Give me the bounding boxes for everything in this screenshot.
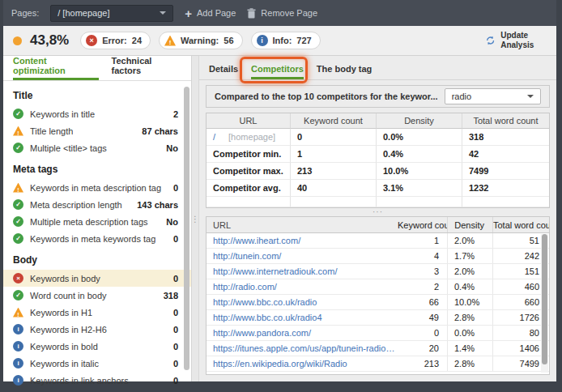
tab-technical-factors[interactable]: Technical factors	[112, 56, 182, 80]
status-info-icon: i	[13, 358, 23, 369]
table-row[interactable]: https://itunes.apple.com/us/app/tunein-r…	[206, 341, 549, 356]
metric-row[interactable]: ✓ Word count in body 318	[3, 287, 191, 304]
metric-row[interactable]: ✓ Multiple meta description tags No	[3, 213, 191, 230]
total-word-count-cell: 1232	[462, 180, 549, 197]
metric-label: Keywords in italic	[30, 359, 99, 369]
metric-row[interactable]: ! Keywords in meta description tag 0	[3, 179, 191, 196]
compare-label: Compared to the top 10 competitors for t…	[215, 92, 438, 101]
page-selector-value: / [homepage]	[57, 8, 109, 18]
score-dot-icon	[13, 36, 22, 45]
section-title: Meta tags	[3, 156, 191, 179]
density-cell: 0.4%	[377, 146, 462, 163]
competitor-url-link[interactable]: http://www.bbc.co.uk/radio4	[206, 310, 398, 325]
factors-panel: Content optimization Technical factors T…	[3, 56, 192, 381]
column-header[interactable]: Total word count	[462, 113, 549, 129]
column-header[interactable]: Keyword count	[398, 217, 448, 232]
density-cell: 1.7%	[448, 249, 493, 263]
metric-row[interactable]: ! Keywords in H1 0	[3, 304, 191, 321]
table-row[interactable]: Competitor avg. 40 3.1% 1232	[206, 180, 549, 197]
total-word-count-cell: 318	[462, 129, 549, 146]
metric-label: Keywords in meta description tag	[30, 183, 161, 193]
tab-body-tag[interactable]: The body tag	[317, 64, 372, 79]
competitor-url-link[interactable]: http://www.bbc.co.uk/radio	[206, 295, 398, 309]
scrollbar-thumb[interactable]	[542, 234, 547, 364]
keyword-count-cell: 40	[291, 180, 377, 197]
details-panel: Details Competitors The body tag Compare…	[199, 56, 556, 381]
table-row[interactable]: Competitor max. 213 10.0% 7499	[206, 163, 549, 180]
tab-details[interactable]: Details	[209, 64, 238, 79]
homepage-link[interactable]: /	[213, 132, 215, 142]
keyword-count-cell: 1	[398, 233, 448, 248]
metric-row[interactable]: i Keywords in H2-H6 0	[3, 321, 191, 338]
refresh-icon	[485, 33, 496, 48]
table-row[interactable]: http://www.internetradiouk.com/ 3 2.0% 1…	[206, 264, 549, 279]
metric-row[interactable]: ✓ Meta description length 143 chars	[3, 196, 191, 213]
table-row[interactable]: http://www.bbc.co.uk/radio4 49 2.8% 1726	[206, 310, 549, 326]
table-row[interactable]: http://radio.com/ 2 0.4% 460	[206, 279, 549, 295]
metric-row[interactable]: ✓ Keywords in title 2	[3, 105, 191, 122]
table-row[interactable]: https://en.wikipedia.org/wiki/Radio 213 …	[206, 356, 549, 372]
page-selector-dropdown[interactable]: / [homepage]	[50, 5, 173, 22]
panel-splitter[interactable]: ⋮	[192, 56, 199, 381]
table-row[interactable]: http://www.iheart.com/ 1 2.0% 51	[206, 233, 549, 249]
column-header[interactable]: Density	[377, 113, 462, 129]
pages-label: Pages:	[11, 8, 39, 18]
left-panel-scrollbar[interactable]	[184, 87, 189, 370]
competitors-content: Compared to the top 10 competitors for t…	[199, 80, 556, 381]
update-analysis-button[interactable]: Update Analysis	[485, 31, 547, 50]
table-row[interactable]: Competitor min. 1 0.4% 42	[206, 146, 549, 163]
warning-badge[interactable]: ! Warning: 56	[159, 32, 243, 49]
metric-row[interactable]: i Keywords in bold 0	[3, 338, 191, 355]
metric-value: 2	[173, 109, 178, 119]
metric-label: Keywords in title	[30, 109, 95, 119]
tab-content-optimization[interactable]: Content optimization	[13, 56, 99, 80]
metric-row[interactable]: i Keywords in italic 0	[3, 355, 191, 372]
metric-row-selected[interactable]: × Keywords in body 0	[3, 270, 191, 287]
metric-value: 0	[173, 234, 178, 244]
metric-row[interactable]: i Keywords in link anchors 0	[3, 372, 191, 389]
row-label: Competitor max.	[206, 163, 291, 180]
metric-row[interactable]: ✓ Keywords in meta keywords tag 0	[3, 230, 191, 247]
details-tabs: Details Competitors The body tag	[199, 56, 556, 80]
column-header[interactable]: Density	[448, 217, 493, 232]
remove-page-button[interactable]: Remove Page	[247, 8, 317, 19]
error-badge-label: Error:	[102, 36, 127, 45]
keyword-dropdown[interactable]: radio	[445, 88, 541, 104]
density-cell: 3.1%	[377, 180, 462, 197]
total-word-count-cell: 42	[462, 146, 549, 163]
add-page-button[interactable]: + Add Page	[185, 7, 236, 19]
table-row[interactable]: /[homepage] 0 0.0% 318	[206, 129, 549, 146]
keyword-count-cell: 49	[398, 310, 448, 325]
competitors-table-scrollbar[interactable]	[541, 234, 548, 373]
column-header[interactable]: URL	[206, 217, 398, 232]
table-row[interactable]: http://www.bbc.co.uk/radio 66 10.0% 660	[206, 295, 549, 310]
column-header[interactable]: Total word count	[493, 217, 549, 232]
metric-row[interactable]: ! Title length 87 chars	[3, 122, 191, 139]
summary-table: URL Keyword count Density Total word cou…	[206, 113, 550, 208]
column-header[interactable]: URL	[206, 113, 291, 129]
table-splitter[interactable]: ···	[206, 208, 550, 216]
error-badge[interactable]: × Error: 24	[80, 32, 151, 49]
table-row[interactable]: http://tunein.com/ 4 1.7% 242	[206, 249, 549, 264]
tab-competitors[interactable]: Competitors	[251, 64, 304, 79]
table-row[interactable]: http://www.pandora.com/ 0 0.0% 80	[206, 326, 549, 341]
competitor-url-link[interactable]: https://en.wikipedia.org/wiki/Radio	[206, 356, 398, 371]
competitor-url-link[interactable]: http://www.iheart.com/	[206, 233, 398, 248]
column-header[interactable]: Keyword count	[291, 113, 377, 129]
section-title: Body	[3, 247, 191, 270]
warning-badge-count: 56	[224, 36, 233, 45]
competitor-url-link[interactable]: http://tunein.com/	[206, 249, 398, 263]
metric-value: 0	[173, 308, 178, 317]
warning-badge-label: Warning:	[181, 36, 219, 45]
competitor-url-link[interactable]: http://www.pandora.com/	[206, 326, 398, 340]
metric-label: Keywords in meta keywords tag	[30, 234, 155, 244]
competitor-url-link[interactable]: http://www.internetradiouk.com/	[206, 264, 398, 279]
metric-label: Title length	[30, 126, 73, 136]
competitor-url-link[interactable]: https://itunes.apple.com/us/app/tunein-r…	[206, 341, 398, 356]
competitor-url-link[interactable]: http://radio.com/	[206, 279, 398, 294]
metric-row[interactable]: ✓ Multiple <title> tags No	[3, 139, 191, 156]
row-label: Competitor avg.	[206, 180, 291, 197]
metric-value: 0	[173, 183, 178, 193]
info-badge[interactable]: i Info: 727	[251, 32, 321, 49]
summary-table-header: URL Keyword count Density Total word cou…	[206, 113, 549, 129]
